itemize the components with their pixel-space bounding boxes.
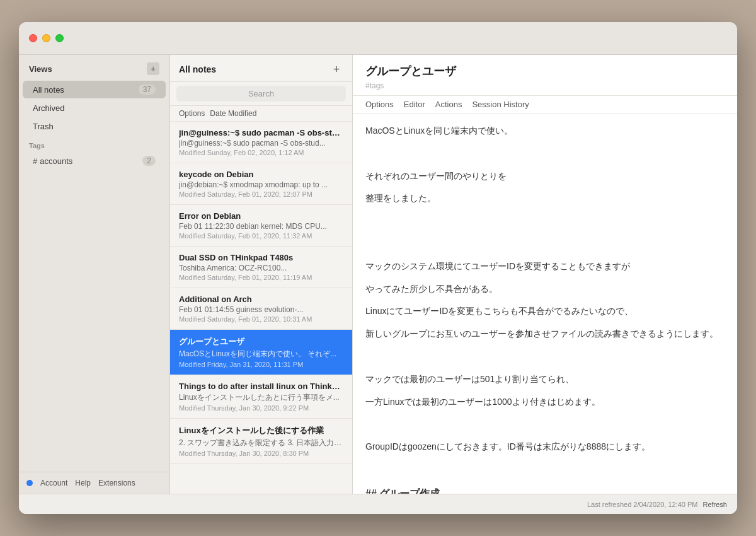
accounts-count: 2 [142,156,156,166]
empty-line [365,214,724,229]
note-detail-header: グループとユーザ #tags [353,55,737,96]
trash-label: Trash [33,122,54,131]
options-label[interactable]: Options [179,109,205,118]
sort-label: Date Modified [210,109,256,118]
note-date: Modified Saturday, Feb 01, 2020, 12:07 P… [179,190,343,198]
note-date: Modified Saturday, Feb 01, 2020, 11:19 A… [179,274,343,281]
body-paragraph: GroupIDはgoozenにしておきます。ID番号は末広がりな8888にします… [365,440,724,455]
note-date: Modified Sunday, Feb 02, 2020, 1:12 AM [179,149,343,156]
note-title: Dual SSD on THinkpad T480s [179,253,343,262]
note-date: Modified Friday, Jan 31, 2020, 11:31 PM [179,361,343,368]
note-date: Modified Thursday, Jan 30, 2020, 8:30 PM [179,450,343,457]
note-title: Things to do after install linux on Thin… [179,382,343,391]
note-detail: グループとユーザ #tags Options Editor Actions Se… [353,55,737,494]
minimize-button[interactable] [42,34,50,42]
notes-scroll: jin@guiness:~$ sudo pacman -S obs-stud..… [170,122,352,494]
note-preview: Toshiba America: OCZ-RC100... [179,264,343,272]
note-item[interactable]: keycode on Debian jin@debian:~$ xmodmap … [170,163,352,205]
note-item[interactable]: Additional on Arch Feb 01 01:14:55 guine… [170,288,352,330]
add-note-button[interactable]: + [329,62,343,76]
sidebar: Views + All notes 37 Archived Trash Tags… [19,55,170,494]
all-notes-count: 37 [139,84,156,95]
title-bar [19,22,737,55]
account-status-dot [26,480,33,486]
empty-line [365,462,724,477]
note-date: Modified Saturday, Feb 01, 2020, 10:31 A… [179,315,343,323]
note-preview: Feb 01 11:22:30 debian kernel: MDS CPU..… [179,222,343,231]
empty-line [365,349,724,364]
note-item[interactable]: Error on Debian Feb 01 11:22:30 debian k… [170,205,352,247]
toolbar-editor[interactable]: Editor [404,100,425,109]
note-detail-body: MacOSとLinuxを同じ端末内で使い。 それぞれのユーザー間のやりとりを整理… [353,114,737,494]
notes-list-header: All notes + [170,55,352,82]
heading: ## グループ作成 [365,485,724,494]
note-item[interactable]: Linuxをインストールした後にする作業 2. スワップ書き込みを限定する 3.… [170,419,352,464]
sidebar-footer: Account Help Extensions [19,472,169,494]
note-detail-tags[interactable]: #tags [365,81,724,90]
search-bar [170,82,352,106]
note-title: Error on Debian [179,211,343,221]
body-paragraph: やってみた所少し不具合がある。 [365,282,724,297]
note-preview: jin@guiness:~$ sudo pacman -S obs-stud..… [179,139,343,148]
body-paragraph: それぞれのユーザー間のやりとりを [365,169,724,184]
note-date: Modified Thursday, Jan 30, 2020, 9:22 PM [179,404,343,412]
body-paragraph: LinuxにてユーザーIDを変更もこちらも不具合がでるみたいなので、 [365,304,724,319]
empty-line [365,146,724,161]
note-preview: 2. スワップ書き込みを限定する 3. 日本語入力ア... [179,438,343,448]
note-detail-toolbar: Options Editor Actions Session History [353,96,737,114]
account-link[interactable]: Account [40,479,67,487]
last-refreshed-text: Last refreshed 2/04/2020, 12:40 PM [587,501,698,508]
sidebar-header: Views + [19,55,169,80]
note-title: グループとユーザ [179,336,343,347]
note-title: Additional on Arch [179,294,343,304]
refresh-button[interactable]: Refresh [702,501,727,508]
tags-section-title: Tags [19,136,169,152]
archived-label: Archived [33,103,65,113]
status-bar: Last refreshed 2/04/2020, 12:40 PM Refre… [19,494,737,514]
views-label: Views [29,64,52,74]
note-item[interactable]: jin@guiness:~$ sudo pacman -S obs-stud..… [170,122,352,163]
note-item[interactable]: Things to do after install linux on Thin… [170,375,352,419]
toolbar-session-history[interactable]: Session History [472,100,529,109]
note-item[interactable]: グループとユーザ MacOSとLinuxを同じ端末内で使い。 それぞ... Mo… [170,330,352,375]
sidebar-item-trash[interactable]: Trash [23,118,166,135]
note-title: jin@guiness:~$ sudo pacman -S obs-stud..… [179,128,343,137]
add-view-button[interactable]: + [147,62,159,75]
tag-accounts-label: #accounts [33,156,72,166]
traffic-lights [29,34,64,42]
note-preview: MacOSとLinuxを同じ端末内で使い。 それぞ... [179,349,343,359]
toolbar-options[interactable]: Options [365,100,394,109]
note-title: keycode on Debian [179,170,343,179]
all-notes-label: All notes [33,85,64,95]
notes-list-title: All notes [179,64,216,74]
note-preview: Feb 01 01:14:55 guiness evolution-... [179,305,343,314]
empty-line [365,417,724,432]
empty-line [365,236,724,252]
app-window: Views + All notes 37 Archived Trash Tags… [19,22,737,514]
body-paragraph: マックでは最初のユーザーは501より割り当てられ、 [365,372,724,387]
toolbar-actions[interactable]: Actions [435,100,462,109]
close-button[interactable] [29,34,37,42]
note-title: Linuxをインストールした後にする作業 [179,425,343,436]
main-content: Views + All notes 37 Archived Trash Tags… [19,55,737,494]
body-paragraph: 整理をしました。 [365,191,724,206]
note-date: Modified Saturday, Feb 01, 2020, 11:32 A… [179,232,343,240]
help-link[interactable]: Help [75,479,91,487]
notes-options: Options Date Modified [170,106,352,122]
note-preview: jin@debian:~$ xmodmap xmodmap: up to ... [179,180,343,189]
body-paragraph: マックのシステム環境にてユーザーIDを変更することもできますが [365,259,724,274]
body-paragraph: MacOSとLinuxを同じ端末内で使い。 [365,124,724,139]
maximize-button[interactable] [55,34,64,42]
note-item[interactable]: Dual SSD on THinkpad T480s Toshiba Ameri… [170,247,352,288]
sidebar-item-accounts[interactable]: #accounts 2 [23,153,166,169]
extensions-link[interactable]: Extensions [98,479,135,487]
search-input[interactable] [176,86,346,102]
note-detail-title: グループとユーザ [365,64,724,79]
sidebar-item-all-notes[interactable]: All notes 37 [23,81,166,98]
body-paragraph: 新しいグループにお互いのユーザーを参加させファイルの読み書きできるようにします。 [365,327,724,342]
tag-hash-icon: # [33,156,37,166]
sidebar-item-archived[interactable]: Archived [23,100,166,117]
body-paragraph: 一方Linuxでは最初のユーザーは1000より付きはじめます。 [365,395,724,410]
note-preview: Linuxをインストールしたあとに行う事項をメ... [179,392,343,403]
notes-list: All notes + Options Date Modified jin@gu… [170,55,353,494]
